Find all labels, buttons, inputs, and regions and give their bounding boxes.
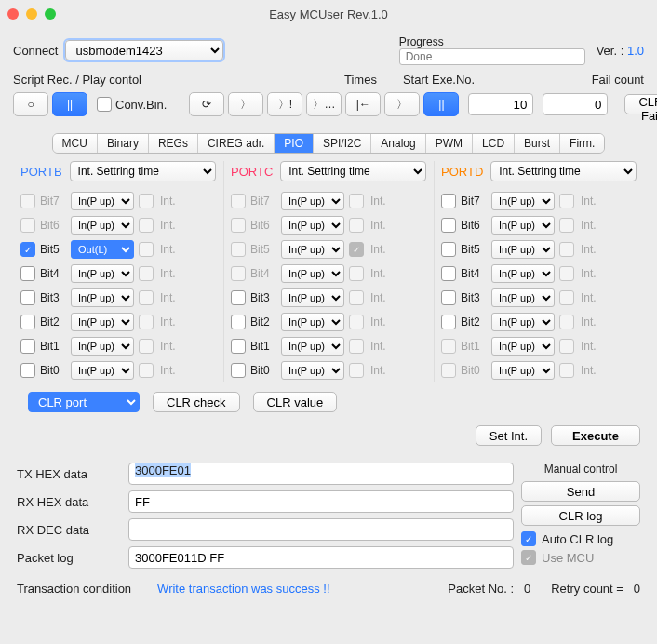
bit0-mode[interactable]: In(P up) xyxy=(491,361,555,380)
bit5-checkbox xyxy=(231,242,246,257)
bit-row: Bit5In(P up)Int. xyxy=(441,237,637,262)
clr-port-select[interactable]: CLR port xyxy=(28,392,140,412)
bit3-int-checkbox xyxy=(139,290,154,305)
bit0-label: Bit0 xyxy=(40,364,66,377)
clr-value-button[interactable]: CLR value xyxy=(253,392,338,412)
convbin-checkbox[interactable] xyxy=(97,97,112,112)
bit4-int-label: Int. xyxy=(370,267,386,280)
times-label: Times xyxy=(344,73,377,87)
bit1-int-label: Int. xyxy=(160,340,176,353)
bit0-checkbox[interactable] xyxy=(20,363,35,378)
bit3-checkbox[interactable] xyxy=(231,290,246,305)
bit2-checkbox[interactable] xyxy=(231,315,246,329)
t-pause-button[interactable]: || xyxy=(423,92,459,116)
t-stepbang-button[interactable]: 〉! xyxy=(267,92,302,116)
bit5-checkbox[interactable] xyxy=(20,242,35,257)
bit5-mode[interactable]: In(P up) xyxy=(281,240,344,259)
tab-burst[interactable]: Burst xyxy=(514,134,559,153)
autoclr-checkbox[interactable] xyxy=(521,531,536,546)
port-c-intsel[interactable]: Int. Settring time xyxy=(280,161,426,181)
bit3-label: Bit3 xyxy=(461,291,487,304)
bit3-mode[interactable]: In(P up) xyxy=(71,288,134,307)
bit7-mode[interactable]: In(P up) xyxy=(71,192,134,210)
tab-binary[interactable]: Binary xyxy=(97,134,148,153)
clrlog-button[interactable]: CLR log xyxy=(521,505,640,526)
bit7-mode[interactable]: In(P up) xyxy=(491,192,555,210)
t-play-button[interactable]: 〉 xyxy=(384,92,420,116)
bit3-mode[interactable]: In(P up) xyxy=(281,288,344,307)
bit0-mode[interactable]: In(P up) xyxy=(281,361,344,380)
bit1-checkbox[interactable] xyxy=(231,339,246,354)
tab-firm[interactable]: Firm. xyxy=(559,134,604,153)
bit3-checkbox[interactable] xyxy=(20,290,35,305)
tab-lcd[interactable]: LCD xyxy=(472,134,514,153)
t-step-button[interactable]: 〉 xyxy=(228,92,263,116)
zoom-icon[interactable] xyxy=(45,8,56,20)
rxhex-input[interactable] xyxy=(128,490,514,513)
tab-mcu[interactable]: MCU xyxy=(53,134,97,153)
bit4-mode[interactable]: In(P up) xyxy=(281,264,344,283)
bit7-checkbox[interactable] xyxy=(441,194,456,208)
port-c-name: PORTC xyxy=(231,165,273,179)
bit2-mode[interactable]: In(P up) xyxy=(71,313,134,331)
rxdec-input[interactable] xyxy=(128,518,514,541)
set-int-button[interactable]: Set Int. xyxy=(476,425,542,446)
bit6-mode[interactable]: In(P up) xyxy=(71,216,134,235)
tab-regs[interactable]: REGs xyxy=(148,134,197,153)
bit6-checkbox[interactable] xyxy=(441,218,456,233)
startexe-input[interactable] xyxy=(543,93,608,115)
times-input[interactable] xyxy=(468,93,533,115)
bit0-checkbox[interactable] xyxy=(231,363,246,378)
bit4-checkbox[interactable] xyxy=(20,266,35,281)
tabs: MCUBinaryREGsCIREG adr.PIOSPI/I2CAnalogP… xyxy=(52,133,606,154)
script-rec-label: Script Rec. / Play contol xyxy=(13,73,141,87)
rec-pause-button[interactable]: || xyxy=(52,92,87,116)
clr-check-button[interactable]: CLR check xyxy=(153,392,240,412)
bit2-mode[interactable]: In(P up) xyxy=(281,313,344,331)
bit4-mode[interactable]: In(P up) xyxy=(71,264,134,283)
port-b-intsel[interactable]: Int. Settring time xyxy=(70,161,216,181)
bit5-label: Bit5 xyxy=(40,243,66,256)
close-icon[interactable] xyxy=(7,8,19,20)
bit1-int-checkbox xyxy=(559,339,574,354)
rec-circle-button[interactable]: ○ xyxy=(13,92,48,116)
bit2-checkbox[interactable] xyxy=(441,315,456,329)
txhex-input[interactable]: 3000FE01 xyxy=(128,463,514,485)
bit2-checkbox[interactable] xyxy=(20,315,35,329)
bit4-checkbox[interactable] xyxy=(441,266,456,281)
bit2-mode[interactable]: In(P up) xyxy=(491,313,555,331)
bit5-mode[interactable]: Out(L) xyxy=(71,240,134,259)
bit1-mode[interactable]: In(P up) xyxy=(491,337,555,356)
pktlog-input[interactable] xyxy=(128,546,514,569)
t-stepdots-button[interactable]: 〉… xyxy=(306,92,342,116)
send-button[interactable]: Send xyxy=(521,481,640,502)
connect-select[interactable]: usbmodem1423 xyxy=(65,40,223,60)
bit5-mode[interactable]: In(P up) xyxy=(491,240,555,259)
port-d-intsel[interactable]: Int. Settring time xyxy=(490,161,637,181)
bit6-mode[interactable]: In(P up) xyxy=(491,216,555,235)
bit6-mode[interactable]: In(P up) xyxy=(281,216,344,235)
bit3-checkbox[interactable] xyxy=(441,290,456,305)
minimize-icon[interactable] xyxy=(26,8,37,20)
bit1-checkbox[interactable] xyxy=(20,339,35,354)
bit4-mode[interactable]: In(P up) xyxy=(491,264,555,283)
execute-button[interactable]: Execute xyxy=(551,425,640,446)
bit7-checkbox xyxy=(20,194,35,208)
bit5-checkbox[interactable] xyxy=(441,242,456,257)
tab-analog[interactable]: Analog xyxy=(370,134,424,153)
bit7-mode[interactable]: In(P up) xyxy=(281,192,344,210)
t-begin-button[interactable]: |← xyxy=(345,92,381,116)
clr-fail-button[interactable]: CLR Fail xyxy=(624,94,657,114)
t-reload-button[interactable]: ⟳ xyxy=(189,92,224,116)
bit3-mode[interactable]: In(P up) xyxy=(491,288,555,307)
bit6-label: Bit6 xyxy=(250,219,276,232)
tab-spii2c[interactable]: SPI/I2C xyxy=(313,134,370,153)
tab-pio[interactable]: PIO xyxy=(274,134,313,153)
tab-pwm[interactable]: PWM xyxy=(425,134,472,153)
bit1-mode[interactable]: In(P up) xyxy=(281,337,344,356)
bit0-mode[interactable]: In(P up) xyxy=(71,361,134,380)
tab-ciregadr[interactable]: CIREG adr. xyxy=(197,134,274,153)
bit1-mode[interactable]: In(P up) xyxy=(71,337,134,356)
progress-status: Done xyxy=(406,50,433,63)
bit2-label: Bit2 xyxy=(40,315,66,329)
